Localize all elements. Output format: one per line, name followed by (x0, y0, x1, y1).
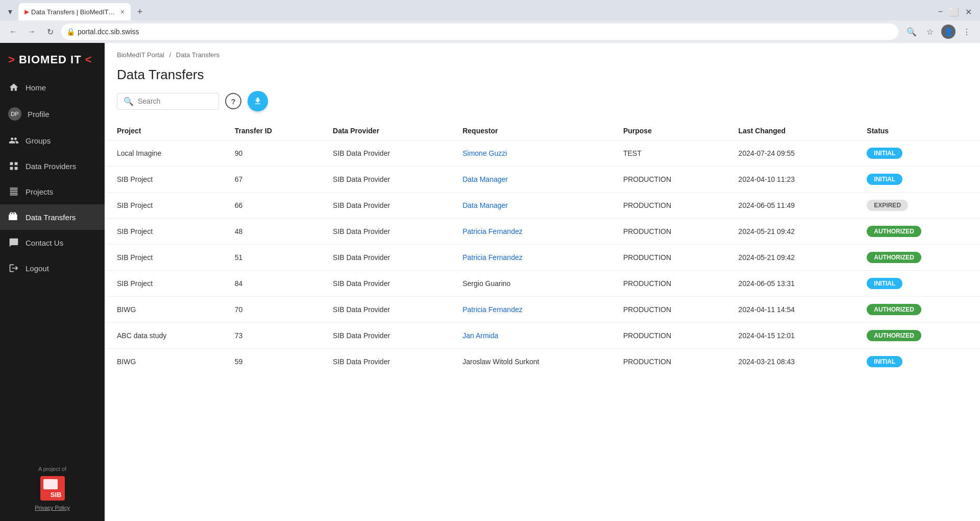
cell-purpose: PRODUCTION (611, 167, 726, 193)
sidebar-item-data-providers[interactable]: Data Providers (0, 153, 105, 179)
status-badge: AUTHORIZED (867, 226, 921, 237)
sidebar-item-projects[interactable]: Projects (0, 179, 105, 204)
cell-status: INITIAL (854, 271, 980, 297)
logo-lt: < (85, 53, 92, 66)
cell-status: INITIAL (854, 349, 980, 375)
search-toolbar: 🔍 ? (105, 91, 980, 122)
cell-data-provider: SIB Data Provider (321, 349, 450, 375)
cell-project: SIB Project (105, 219, 223, 245)
cell-requestor: Jaroslaw Witold Surkont (450, 349, 611, 375)
tab-close-btn[interactable]: × (120, 8, 125, 16)
address-input[interactable] (61, 23, 898, 40)
cell-data-provider: SIB Data Provider (321, 219, 450, 245)
cell-last-changed: 2024-04-11 14:54 (726, 297, 855, 323)
requestor-link[interactable]: Data Manager (462, 201, 508, 209)
breadcrumb: BioMedIT Portal / Data Transfers (105, 43, 980, 63)
help-button[interactable]: ? (225, 93, 241, 109)
contact-us-icon (8, 237, 19, 248)
requestor-link[interactable]: Jan Armida (462, 331, 498, 340)
main-content: BioMedIT Portal / Data Transfers Data Tr… (105, 43, 980, 521)
sidebar-item-contact-us[interactable]: Contact Us (0, 230, 105, 255)
new-tab-button[interactable]: + (133, 5, 147, 19)
tab-bar: ▼ ▶ Data Transfers | BioMedIT Porta × + … (0, 0, 980, 20)
forward-button[interactable]: → (24, 25, 39, 39)
search-input[interactable] (138, 97, 209, 105)
download-button[interactable] (248, 91, 268, 111)
data-transfers-icon (8, 211, 19, 223)
sidebar-item-projects-label: Projects (26, 187, 53, 196)
cell-project: Local Imagine (105, 140, 223, 167)
cell-data-provider: SIB Data Provider (321, 323, 450, 349)
sidebar-item-logout[interactable]: Logout (0, 255, 105, 281)
table-body: Local Imagine 90 SIB Data Provider Simon… (105, 140, 980, 375)
menu-icon[interactable]: ⋮ (960, 25, 974, 39)
cell-last-changed: 2024-03-21 08:43 (726, 349, 855, 375)
cell-data-provider: SIB Data Provider (321, 297, 450, 323)
cell-project: SIB Project (105, 193, 223, 219)
sidebar-item-logout-label: Logout (26, 264, 49, 273)
requestor-text: Sergio Guarino (462, 279, 510, 288)
search-icon[interactable]: 🔍 (904, 25, 919, 39)
requestor-link[interactable]: Patricia Fernandez (462, 227, 523, 235)
privacy-policy-link[interactable]: Privacy Policy (8, 505, 96, 511)
cell-requestor: Jan Armida (450, 323, 611, 349)
table-row: Local Imagine 90 SIB Data Provider Simon… (105, 140, 980, 167)
table-header: Project Transfer ID Data Provider Reques… (105, 122, 980, 140)
cell-transfer-id: 51 (223, 245, 321, 271)
cell-transfer-id: 48 (223, 219, 321, 245)
cell-transfer-id: 66 (223, 193, 321, 219)
sidebar: > BIOMED IT < Home DP Profile Groups Dat… (0, 43, 105, 521)
requestor-link[interactable]: Patricia Fernandez (462, 253, 523, 262)
cell-transfer-id: 73 (223, 323, 321, 349)
cell-status: EXPIRED (854, 193, 980, 219)
cell-last-changed: 2024-07-24 09:55 (726, 140, 855, 167)
sidebar-item-data-transfers-label: Data Transfers (26, 213, 76, 222)
requestor-link[interactable]: Simone Guzzi (462, 149, 507, 157)
cell-data-provider: SIB Data Provider (321, 193, 450, 219)
browser-chrome: ▼ ▶ Data Transfers | BioMedIT Porta × + … (0, 0, 980, 43)
tab-favicon: ▶ (24, 8, 29, 15)
tab-history-back[interactable]: ▼ (4, 6, 16, 18)
col-header-status: Status (854, 122, 980, 140)
home-icon (8, 82, 19, 93)
table-row: SIB Project 66 SIB Data Provider Data Ma… (105, 193, 980, 219)
table-row: BIWG 70 SIB Data Provider Patricia Ferna… (105, 297, 980, 323)
close-button[interactable]: ✕ (965, 7, 972, 17)
cell-transfer-id: 84 (223, 271, 321, 297)
tab-title: Data Transfers | BioMedIT Porta (31, 8, 116, 16)
cell-requestor: Data Manager (450, 167, 611, 193)
cell-project: BIWG (105, 297, 223, 323)
requestor-link[interactable]: Patricia Fernandez (462, 305, 523, 314)
cell-last-changed: 2024-06-05 13:31 (726, 271, 855, 297)
status-badge: INITIAL (867, 148, 902, 159)
cell-status: AUTHORIZED (854, 297, 980, 323)
sidebar-footer: A project of SIB Privacy Policy (0, 456, 105, 521)
minimize-button[interactable]: − (938, 7, 943, 17)
search-box[interactable]: 🔍 (117, 93, 219, 110)
groups-icon (8, 135, 19, 146)
breadcrumb-home-link[interactable]: BioMedIT Portal (117, 51, 164, 59)
status-badge: AUTHORIZED (867, 304, 921, 315)
table-row: SIB Project 67 SIB Data Provider Data Ma… (105, 167, 980, 193)
col-header-project: Project (105, 122, 223, 140)
sidebar-item-profile[interactable]: DP Profile (0, 100, 105, 128)
breadcrumb-current: Data Transfers (176, 51, 219, 59)
status-badge: INITIAL (867, 278, 902, 289)
active-tab[interactable]: ▶ Data Transfers | BioMedIT Porta × (18, 3, 131, 20)
reload-button[interactable]: ↻ (43, 25, 57, 39)
sidebar-item-data-providers-label: Data Providers (26, 162, 76, 171)
status-badge: INITIAL (867, 174, 902, 185)
sidebar-item-groups[interactable]: Groups (0, 128, 105, 153)
cell-purpose: PRODUCTION (611, 297, 726, 323)
sidebar-item-data-transfers[interactable]: Data Transfers (0, 204, 105, 230)
profile-avatar-icon[interactable]: 👤 (941, 25, 955, 39)
back-button[interactable]: ← (6, 25, 20, 39)
sidebar-item-home[interactable]: Home (0, 75, 105, 100)
status-badge: AUTHORIZED (867, 330, 921, 341)
sib-logo: SIB (40, 476, 65, 501)
maximize-button[interactable]: ⬜ (949, 7, 959, 17)
requestor-link[interactable]: Data Manager (462, 175, 508, 183)
bookmark-icon[interactable]: ☆ (923, 25, 937, 39)
sidebar-item-home-label: Home (26, 83, 46, 92)
projects-icon (8, 186, 19, 197)
